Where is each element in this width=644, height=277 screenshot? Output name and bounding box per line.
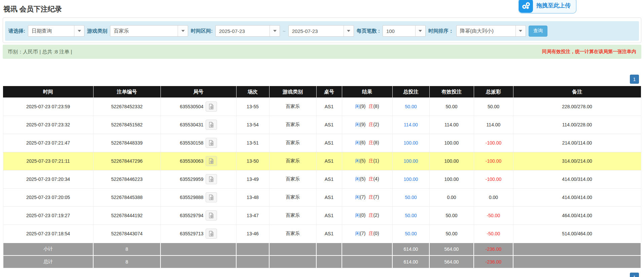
cell-session: 13-48 [236,188,269,206]
video-file-icon [208,194,215,201]
subtotal-row: 小计 8 614.00 564.00 -236.00 [3,243,641,255]
cell-total-bet: 114.00 [392,116,429,134]
video-file-icon [208,230,215,237]
player-score: (6) [360,140,365,145]
cell-time: 2025-07-23 07:20:34 [3,170,93,188]
total-bet-link[interactable]: 50.00 [405,195,417,200]
bet-records-table: 时间 注单编号 局号 场次 游戏类别 桌号 结果 总投注 有效投注 总派彩 备注… [3,86,641,269]
banker-score: (1) [373,158,379,163]
player-label: 闲 [355,194,360,200]
video-replay-button[interactable] [206,174,217,184]
cell-bet-id: 522678446223 [93,170,160,188]
total-bet-link[interactable]: 100.00 [404,140,418,146]
round-number: 635530158 [180,140,203,146]
video-replay-button[interactable] [206,192,217,202]
cell-note: 214.00/114.00 [513,134,641,152]
summary-currency-total: 币别：人民币 | 总共 :8 注单 | [8,49,72,55]
page-size-select[interactable]: 100 [383,25,426,37]
video-file-icon [208,158,215,164]
cell-game: 百家乐 [269,188,316,206]
cell-valid-bet: 50.00 [429,97,474,116]
cell-time: 2025-07-23 07:23:32 [3,116,93,134]
date-from-select[interactable]: 2025-07-23 [215,25,280,37]
cell-time: 2025-07-23 07:19:27 [3,206,93,225]
header-payout: 总派彩 [474,86,513,97]
total-bet-link[interactable]: 114.00 [404,122,418,127]
query-button[interactable]: 查询 [529,26,547,37]
header-session: 场次 [236,86,269,97]
drag-upload-dropzone[interactable]: 拖拽至此上传 [518,0,576,13]
player-score: (9) [360,104,365,109]
video-replay-button[interactable] [206,120,217,130]
header-game: 游戏类别 [269,86,316,97]
cell-total-bet: 100.00 [392,170,429,188]
cell-result: 闲(5) 庄(1) [342,152,392,170]
player-label: 闲 [355,104,360,109]
player-label: 闲 [355,176,360,182]
chevron-down-icon[interactable] [178,26,188,36]
page-1-button-bottom[interactable]: 1 [630,273,639,277]
total-bet-link[interactable]: 50.00 [405,231,417,236]
chevron-down-icon[interactable] [74,26,84,36]
grand-total-label: 总计 [3,255,93,268]
banker-label: 庄 [368,122,373,127]
cell-payout: 114.00 [474,116,513,134]
video-replay-button[interactable] [206,102,217,112]
video-replay-button[interactable] [206,156,217,166]
total-bet-link[interactable]: 100.00 [404,158,418,164]
total-bet-link[interactable]: 50.00 [405,213,417,218]
table-row: 2025-07-23 07:19:27 522678444192 6355297… [3,206,641,225]
grand-total-total-bet: 614.00 [392,255,429,268]
cell-note: 414.00/414.00 [513,188,641,206]
cell-payout: -50.00 [474,225,513,243]
header-time: 时间 [3,86,93,97]
chevron-down-icon[interactable] [415,26,425,36]
cell-payout: -50.00 [474,206,513,225]
subtotal-total-bet: 614.00 [392,243,429,255]
query-type-select[interactable]: 日期查询 [28,25,84,37]
cell-payout: -100.00 [474,152,513,170]
banker-score: (7) [373,194,379,200]
banker-score: (8) [373,104,379,109]
chevron-down-icon[interactable] [270,26,280,36]
video-replay-button[interactable] [206,229,217,239]
banker-label: 庄 [368,176,373,182]
cell-round: 635530063 [160,152,236,170]
player-score: (7) [360,231,365,236]
page-size-value: 100 [383,26,415,36]
table-row: 2025-07-23 07:18:54 522678443074 6355297… [3,225,641,243]
cell-round: 635530431 [160,116,236,134]
video-replay-button[interactable] [206,210,217,221]
sort-select[interactable]: 降幂(由大到小) [456,25,526,37]
table-row: 2025-07-23 07:23:59 522678452332 6355305… [3,97,641,116]
cell-valid-bet: 50.00 [429,225,474,243]
cell-valid-bet: 100.00 [429,134,474,152]
cell-valid-bet: 114.00 [429,116,474,134]
header-round: 局号 [160,86,236,97]
range-separator: ~ [283,28,286,34]
cell-session: 13-55 [236,97,269,116]
chevron-down-icon[interactable] [344,26,354,36]
cell-valid-bet: 50.00 [429,206,474,225]
cell-payout: -100.00 [474,134,513,152]
video-replay-button[interactable] [206,138,217,148]
cell-table-no: AS1 [316,134,342,152]
video-file-icon [208,212,215,219]
game-category-select[interactable]: 百家乐 [110,25,188,37]
cell-payout: 50.00 [474,97,513,116]
header-valid-bet: 有效投注 [429,86,474,97]
date-to-select[interactable]: 2025-07-23 [288,25,354,37]
cell-game: 百家乐 [269,134,316,152]
chevron-down-icon[interactable] [515,26,526,36]
cell-session: 13-51 [236,134,269,152]
page-1-button[interactable]: 1 [630,75,639,84]
table-body: 2025-07-23 07:23:59 522678452332 6355305… [3,97,641,243]
header-table-no: 桌号 [316,86,342,97]
round-number: 635530431 [180,122,203,127]
total-bet-link[interactable]: 100.00 [404,176,418,182]
cell-table-no: AS1 [316,116,342,134]
total-bet-link[interactable]: 50.00 [405,104,417,109]
cell-note: 314.00/214.00 [513,152,641,170]
banker-score: (0) [373,231,379,236]
table-row: 2025-07-23 07:23:32 522678451582 6355304… [3,116,641,134]
